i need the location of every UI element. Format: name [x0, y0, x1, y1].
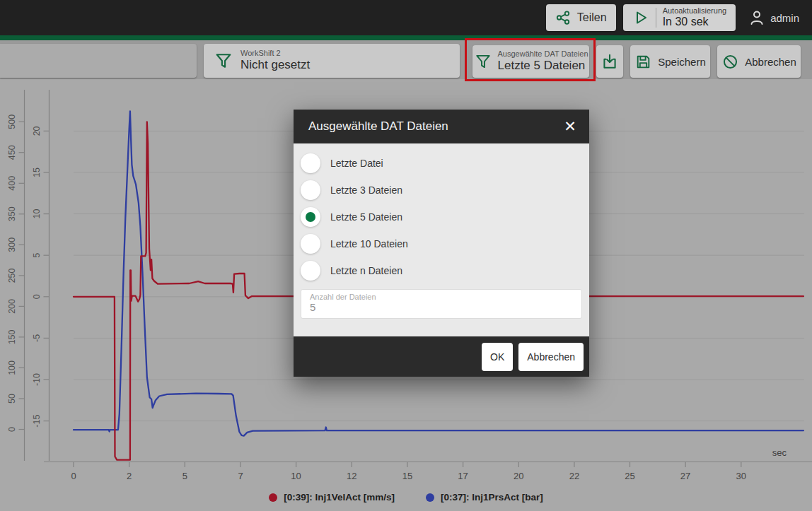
dialog-header: Ausgewählte DAT Dateien ✕ [294, 110, 589, 143]
radio-circle[interactable] [301, 153, 320, 173]
svg-text:15: 15 [32, 168, 42, 177]
x-axis: 0257101215172022252730sec [44, 447, 812, 481]
svg-text:22: 22 [569, 471, 579, 481]
auto-refresh-countdown: In 30 sek [663, 16, 727, 28]
file-count-label: Anzahl der Dateien [310, 293, 573, 301]
svg-text:10: 10 [32, 209, 42, 219]
toolbar-cancel-label: Abbrechen [745, 56, 796, 68]
radio-option-last-5[interactable]: Letzte 5 Dateien [301, 204, 582, 230]
svg-text:7: 7 [238, 471, 243, 481]
divider [656, 8, 656, 28]
share-button[interactable]: Teilen [546, 4, 616, 31]
svg-text:17: 17 [458, 471, 468, 481]
svg-text:0: 0 [32, 294, 42, 299]
radio-label: Letzte 3 Dateien [330, 184, 402, 196]
legend-item-velocity[interactable]: [0:39]: Inj1VelAct [mm/s] [269, 492, 395, 503]
dialog-body: Letzte Datei Letzte 3 Dateien Letzte 5 D… [294, 143, 589, 336]
svg-text:0: 0 [7, 427, 17, 432]
legend-item-pressure[interactable]: [0:37]: Inj1PrsAct [bar] [426, 492, 543, 503]
svg-text:150: 150 [7, 329, 17, 344]
svg-text:200: 200 [7, 299, 17, 314]
workshift-value: Nicht gesetzt [240, 58, 310, 72]
dat-files-filter-button[interactable]: Ausgewählte DAT Dateien Letzte 5 Dateien [472, 45, 589, 78]
svg-text:400: 400 [7, 176, 17, 191]
ok-button[interactable]: OK [482, 343, 513, 371]
user-menu[interactable]: admin [743, 9, 805, 26]
toolbar-cancel-button[interactable]: Abbrechen [717, 45, 801, 78]
radio-option-last-10[interactable]: Letzte 10 Dateien [301, 230, 582, 257]
legend-dot-pressure [426, 493, 434, 502]
dat-filter-value: Letzte 5 Dateien [498, 59, 588, 73]
svg-text:12: 12 [347, 471, 356, 481]
svg-text:-10: -10 [32, 373, 42, 386]
save-label: Speichern [658, 56, 706, 68]
share-label: Teilen [577, 11, 607, 24]
file-count-input[interactable] [310, 301, 573, 313]
radio-label: Letzte 10 Dateien [330, 238, 408, 249]
svg-text:sec: sec [772, 447, 787, 458]
svg-text:5: 5 [32, 253, 42, 258]
radio-label: Letzte n Dateien [330, 265, 402, 276]
pressure-axis: 500450400350300250200150100500 [7, 90, 25, 461]
radio-label: Letzte Datei [330, 158, 383, 169]
svg-text:300: 300 [7, 237, 17, 252]
svg-text:27: 27 [680, 471, 690, 481]
svg-text:-15: -15 [32, 415, 42, 428]
legend-label-velocity: [0:39]: Inj1VelAct [mm/s] [284, 492, 395, 503]
svg-text:25: 25 [625, 471, 634, 481]
file-count-field: Anzahl der Dateien [301, 289, 582, 319]
velocity-axis: 20151050-5-10-15 [32, 90, 50, 461]
close-icon[interactable]: ✕ [559, 116, 581, 137]
download-icon [601, 52, 619, 71]
filter-funnel-icon [474, 51, 492, 72]
svg-text:15: 15 [402, 471, 412, 481]
dialog-title: Ausgewählte DAT Dateien [308, 119, 448, 134]
svg-text:50: 50 [7, 394, 17, 404]
svg-text:100: 100 [7, 360, 17, 375]
workshift-caption: WorkShift 2 [240, 49, 310, 58]
top-bar: Teilen Autoaktualisierung In 30 sek admi… [0, 0, 812, 35]
radio-option-last-n[interactable]: Letzte n Dateien [301, 257, 582, 284]
svg-text:500: 500 [7, 114, 17, 129]
workshift-filter-button[interactable]: WorkShift 2 Nicht gesetzt [204, 44, 460, 78]
svg-text:2: 2 [127, 471, 132, 481]
svg-text:30: 30 [736, 471, 746, 481]
dialog-footer: OK Abbrechen [294, 336, 589, 377]
svg-text:450: 450 [7, 145, 17, 160]
svg-text:-5: -5 [32, 334, 42, 342]
radio-circle[interactable] [301, 234, 320, 254]
share-icon [555, 10, 571, 25]
dat-filter-caption: Ausgewählte DAT Dateien [498, 49, 588, 59]
radio-label: Letzte 5 Dateien [330, 211, 402, 223]
auto-refresh-button[interactable]: Autoaktualisierung In 30 sek [623, 4, 736, 31]
radio-option-last-3[interactable]: Letzte 3 Dateien [301, 177, 582, 204]
dialog-cancel-button[interactable]: Abbrechen [518, 343, 584, 371]
dat-files-dialog: Ausgewählte DAT Dateien ✕ Letzte Datei L… [294, 110, 589, 377]
radio-option-last-file[interactable]: Letzte Datei [301, 150, 582, 177]
download-button[interactable] [596, 45, 623, 78]
radio-circle[interactable] [301, 180, 320, 200]
play-icon [632, 9, 649, 26]
auto-refresh-caption: Autoaktualisierung [663, 6, 727, 16]
legend-label-pressure: [0:37]: Inj1PrsAct [bar] [441, 492, 543, 503]
svg-text:10: 10 [291, 471, 301, 481]
svg-text:20: 20 [32, 126, 42, 136]
radio-circle[interactable] [301, 207, 320, 227]
filter-funnel-icon [214, 50, 233, 71]
svg-text:250: 250 [7, 268, 17, 283]
save-floppy-icon [634, 53, 652, 71]
svg-text:5: 5 [182, 471, 187, 481]
cancel-slash-circle-icon [721, 53, 739, 71]
chart-legend: [0:39]: Inj1VelAct [mm/s] [0:37]: Inj1Pr… [0, 492, 812, 503]
svg-text:350: 350 [7, 206, 17, 221]
radio-circle[interactable] [301, 261, 320, 281]
brand-accent-strip [0, 35, 812, 40]
user-icon [748, 9, 765, 26]
username: admin [770, 12, 799, 24]
toolbar: WorkShift 2 Nicht gesetzt Ausgewählte DA… [0, 40, 812, 79]
svg-text:20: 20 [514, 471, 523, 481]
legend-dot-velocity [269, 493, 277, 502]
toolbar-empty-field[interactable] [0, 44, 197, 78]
svg-text:0: 0 [71, 471, 76, 481]
save-button[interactable]: Speichern [630, 45, 710, 78]
